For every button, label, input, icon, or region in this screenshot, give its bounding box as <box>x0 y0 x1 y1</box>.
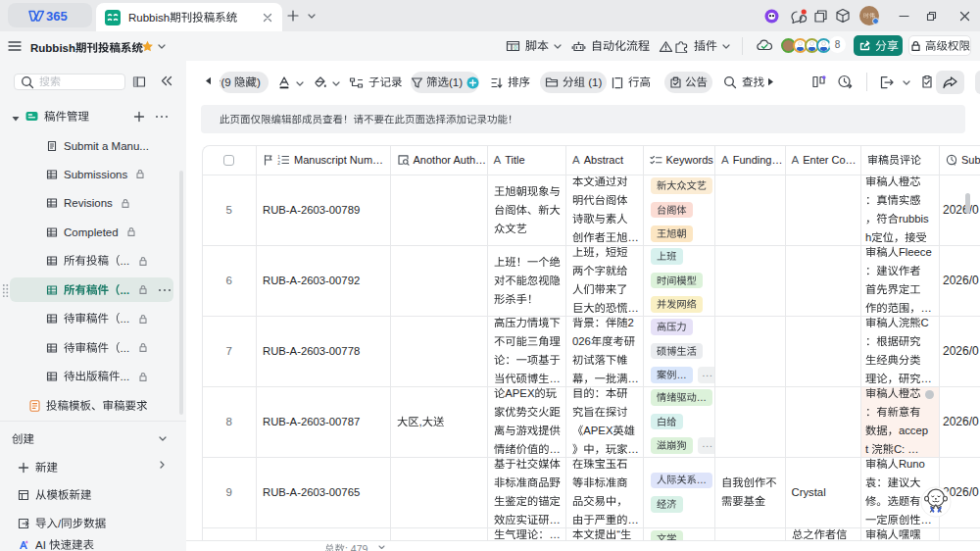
svg-text:026: 026 <box>572 335 591 347</box>
svg-text:: 479: : 479 <box>345 543 368 551</box>
svg-text:…: … <box>628 231 639 243</box>
svg-text:…: … <box>628 443 639 455</box>
svg-text:…: … <box>696 392 706 403</box>
svg-text:APEX: APEX <box>505 387 535 399</box>
svg-text:…: … <box>676 370 686 380</box>
svg-text:…: … <box>628 514 639 526</box>
svg-text:1: 1 <box>277 155 280 160</box>
svg-text:…: … <box>696 475 706 485</box>
svg-text:Fleece: Fleece <box>898 246 931 258</box>
svg-text:,: , <box>418 416 421 427</box>
svg-text:C: …: C: … <box>893 443 918 455</box>
svg-text:/: / <box>58 518 62 529</box>
svg-text:2: 2 <box>277 161 280 166</box>
svg-text:Rubbish: Rubbish <box>128 11 170 23</box>
svg-text:…: … <box>549 373 560 384</box>
svg-text:“: “ <box>616 528 620 540</box>
svg-text:...: ... <box>121 341 130 353</box>
svg-text:accep: accep <box>898 425 927 436</box>
svg-text:…: … <box>920 302 931 314</box>
svg-text:...: ... <box>121 371 130 382</box>
svg-text:APEX: APEX <box>583 425 613 436</box>
svg-text:2: 2 <box>628 317 634 328</box>
svg-text:(9: (9 <box>221 76 234 88</box>
svg-text:h: h <box>865 231 871 243</box>
svg-text:...: ... <box>121 313 130 325</box>
svg-text:(1): (1) <box>449 76 463 88</box>
svg-text:…: … <box>549 528 560 540</box>
svg-text:…: … <box>549 514 560 526</box>
svg-text:t: t <box>865 443 871 455</box>
svg-text:…: … <box>628 302 639 314</box>
svg-text:Runo: Runo <box>898 458 924 470</box>
svg-text:): ) <box>257 76 261 88</box>
svg-text:…: … <box>549 443 560 455</box>
svg-text:C: C <box>920 317 928 328</box>
svg-text:rubbis: rubbis <box>898 213 928 225</box>
svg-text:…: … <box>628 373 639 384</box>
svg-text:...: ... <box>121 255 130 267</box>
svg-text:...: ... <box>121 283 130 295</box>
svg-text:…: … <box>920 373 931 384</box>
svg-text:AI: AI <box>35 539 49 551</box>
svg-text:365: 365 <box>46 9 68 24</box>
svg-text:(1): (1) <box>585 76 602 88</box>
svg-text:{}: {} <box>514 44 517 50</box>
svg-text:Rubbish: Rubbish <box>30 42 75 54</box>
